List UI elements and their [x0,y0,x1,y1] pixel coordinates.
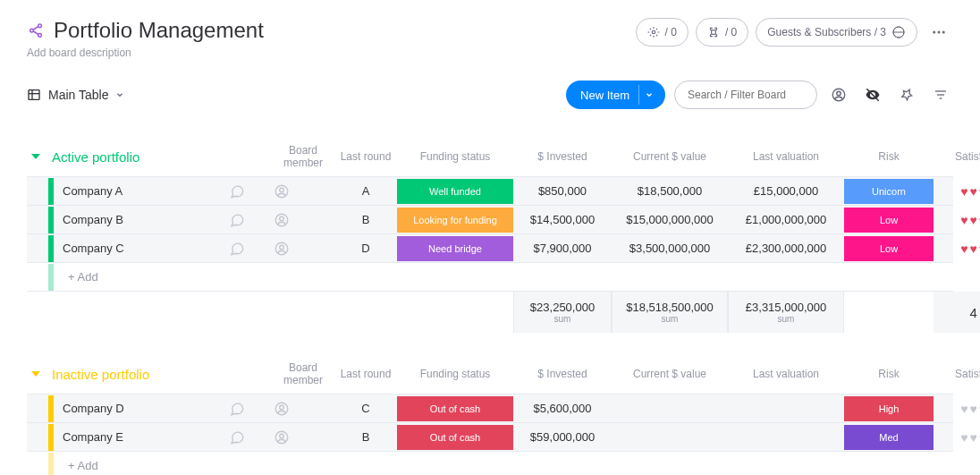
board-member-cell[interactable] [272,208,334,232]
svg-point-21 [280,188,284,192]
integrations-pill[interactable]: / 0 [696,18,748,47]
column-header[interactable]: Last round [334,368,397,380]
current-value-cell[interactable] [612,405,728,412]
column-header[interactable]: $ Invested [513,150,612,163]
svg-point-8 [933,31,935,34]
valuation-cell[interactable]: £2,300,000,000 [728,238,844,259]
conversation-button[interactable] [227,237,272,260]
search-input[interactable] [674,81,817,109]
column-header[interactable]: $ Invested [513,368,612,380]
last-round-cell[interactable]: B [334,427,397,447]
funding-status-cell[interactable]: Looking for funding [397,207,513,233]
valuation-cell[interactable]: £15,000,000 [728,181,844,201]
guests-pill[interactable]: Guests & Subscribers / 3 [756,18,917,47]
current-value-cell[interactable]: $15,000,000,000 [612,209,728,230]
group-collapse-toggle[interactable] [27,371,45,377]
invested-cell[interactable]: $14,500,000 [513,209,612,230]
board-subtitle[interactable]: Add board description [27,47,264,59]
conversation-button[interactable] [227,208,272,232]
invested-cell[interactable]: $850,000 [513,181,612,201]
column-header[interactable]: Board member [272,144,334,169]
column-header[interactable]: Funding status [397,368,513,380]
item-name-cell[interactable]: Company C [48,235,227,262]
current-value-cell[interactable]: $18,500,000 [612,181,728,201]
table-row[interactable]: Company AAWell funded$850,000$18,500,000… [27,176,953,205]
column-header[interactable]: Last valuation [728,368,844,380]
chevron-down-icon[interactable] [638,85,658,105]
column-header[interactable]: Risk [844,150,934,163]
item-name-cell[interactable]: Company D [48,395,227,422]
conversation-button[interactable] [227,397,272,420]
board-member-cell[interactable] [272,180,334,203]
group-title[interactable]: Active portfolio [48,149,227,165]
column-header[interactable]: Satisfaction [934,368,980,380]
valuation-cell[interactable] [728,434,844,441]
board-member-cell[interactable] [272,237,334,260]
invested-cell[interactable]: $59,000,000 [513,427,612,447]
risk-cell[interactable]: Low [844,207,934,233]
svg-point-10 [942,31,945,34]
risk-cell[interactable]: Unicorn [844,178,934,205]
more-options-button[interactable] [925,18,953,47]
funding-status-cell[interactable]: Need bridge [397,235,513,262]
table-row[interactable]: Company CDNeed bridge$7,900,000$3,500,00… [27,233,953,262]
svg-point-15 [837,91,841,96]
column-header[interactable]: Current $ value [612,150,728,163]
satisfaction-cell[interactable]: ♥♥♥♥♥ [934,184,980,199]
item-name-cell[interactable]: Company E [48,424,227,451]
board-member-cell[interactable] [272,426,334,449]
view-picker[interactable]: Main Table [27,88,124,102]
hide-columns-icon[interactable] [860,82,885,107]
last-round-cell[interactable]: D [334,238,397,259]
board-member-cell[interactable] [272,397,334,420]
current-value-cell[interactable] [612,434,728,441]
svg-point-29 [280,434,284,438]
pin-icon[interactable] [894,82,919,107]
column-header[interactable]: Risk [844,368,934,380]
filter-icon[interactable] [928,82,953,107]
heart-icon: ♥ [970,184,977,199]
last-round-cell[interactable]: B [334,209,397,230]
item-name-cell[interactable]: Company B [48,207,227,233]
svg-point-25 [280,245,284,250]
svg-point-27 [280,405,284,410]
funding-status-cell[interactable]: Well funded [397,178,513,205]
table-row[interactable]: Company BBLooking for funding$14,500,000… [27,205,953,233]
add-item-row[interactable]: + Add [27,262,953,291]
conversation-button[interactable] [227,426,272,449]
last-round-cell[interactable]: C [334,398,397,419]
person-filter-icon[interactable] [826,82,851,107]
group-title[interactable]: Inactive portfolio [48,367,227,382]
automations-pill[interactable]: / 0 [636,18,689,47]
risk-cell[interactable]: Med [844,424,934,451]
table-row[interactable]: Company DCOut of cash$5,600,000High♥♥♥♥♥ [27,394,953,422]
item-name-cell[interactable]: Company A [48,178,227,205]
table-row[interactable]: Company EBOut of cash$59,000,000Med♥♥♥♥♥ [27,422,953,451]
add-item-row[interactable]: + Add [27,451,953,475]
svg-point-9 [938,31,941,34]
risk-cell[interactable]: High [844,395,934,422]
conversation-button[interactable] [227,180,272,203]
last-round-cell[interactable]: A [334,181,397,201]
heart-icon: ♥ [970,430,977,445]
invested-cell[interactable]: $5,600,000 [513,398,612,419]
column-header[interactable]: Current $ value [612,368,728,380]
satisfaction-cell[interactable]: ♥♥♥♥♥ [934,242,980,256]
funding-status-cell[interactable]: Out of cash [397,424,513,451]
satisfaction-cell[interactable]: ♥♥♥♥♥ [934,402,980,416]
column-header[interactable]: Last valuation [728,150,844,163]
satisfaction-cell[interactable]: ♥♥♥♥♥ [934,213,980,227]
column-header[interactable]: Board member [272,361,334,386]
risk-cell[interactable]: Low [844,235,934,262]
column-header[interactable]: Last round [334,150,397,163]
column-header[interactable]: Satisfaction [934,150,980,163]
valuation-cell[interactable]: £1,000,000,000 [728,209,844,230]
satisfaction-cell[interactable]: ♥♥♥♥♥ [934,430,980,445]
new-item-button[interactable]: New Item [566,81,665,109]
current-value-cell[interactable]: $3,500,000,000 [612,238,728,259]
invested-cell[interactable]: $7,900,000 [513,238,612,259]
column-header[interactable]: Funding status [397,150,513,163]
funding-status-cell[interactable]: Out of cash [397,395,513,422]
valuation-cell[interactable] [728,405,844,412]
group-collapse-toggle[interactable] [27,154,45,159]
